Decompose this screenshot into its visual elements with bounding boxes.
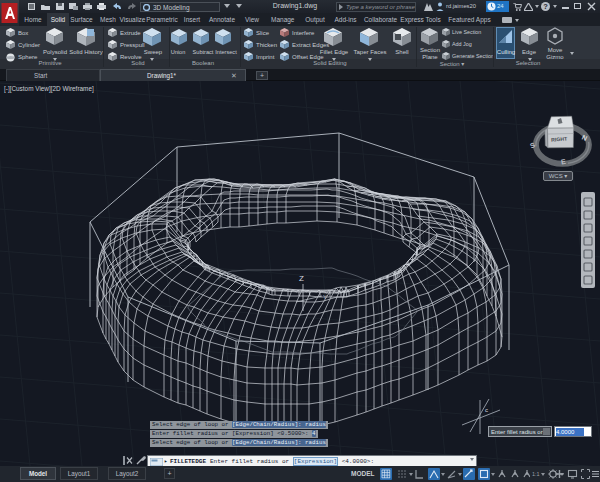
svg-text:Z: Z <box>299 274 304 283</box>
svg-text:Y: Y <box>323 294 327 300</box>
svg-text:c: c <box>485 407 488 413</box>
svg-text:E: E <box>560 158 566 166</box>
